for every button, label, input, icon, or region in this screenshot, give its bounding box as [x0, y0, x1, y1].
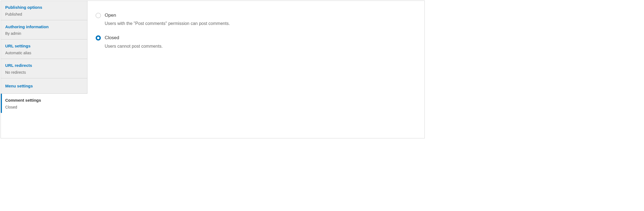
radio-description: Users with the "Post comments" permissio…	[105, 21, 416, 27]
radio-open[interactable]	[96, 13, 101, 18]
radio-label[interactable]: Open	[105, 12, 416, 18]
radio-closed[interactable]	[96, 35, 101, 41]
tab-publishing-options[interactable]: Publishing options Published	[1, 1, 87, 20]
tab-content: Open Users with the "Post comments" perm…	[87, 1, 424, 138]
comment-option-closed: Closed Users cannot post comments.	[96, 35, 416, 49]
tab-title: Comment settings	[5, 98, 83, 103]
tab-summary: Closed	[5, 105, 83, 110]
tab-authoring-information[interactable]: Authoring information By admin	[1, 20, 87, 40]
tab-comment-settings[interactable]: Comment settings Closed	[1, 94, 87, 113]
tab-title: Publishing options	[5, 5, 83, 10]
radio-description: Users cannot post comments.	[105, 43, 416, 49]
tab-summary: Automatic alias	[5, 50, 83, 55]
tab-menu-settings[interactable]: Menu settings	[1, 78, 87, 94]
radio-label[interactable]: Closed	[105, 35, 416, 41]
comment-option-open: Open Users with the "Post comments" perm…	[96, 12, 416, 27]
tab-title: Menu settings	[5, 83, 83, 89]
settings-panel: Publishing options Published Authoring i…	[1, 1, 425, 138]
tab-summary: By admin	[5, 31, 83, 36]
settings-tabs-sidebar: Publishing options Published Authoring i…	[1, 1, 87, 138]
tab-title: URL redirects	[5, 63, 83, 68]
tab-url-redirects[interactable]: URL redirects No redirects	[1, 59, 87, 78]
tab-title: URL settings	[5, 43, 83, 49]
tab-summary: No redirects	[5, 70, 83, 75]
tab-url-settings[interactable]: URL settings Automatic alias	[1, 39, 87, 59]
tab-summary: Published	[5, 12, 83, 17]
radio-content: Closed Users cannot post comments.	[105, 35, 416, 49]
tab-title: Authoring information	[5, 24, 83, 30]
radio-content: Open Users with the "Post comments" perm…	[105, 12, 416, 27]
